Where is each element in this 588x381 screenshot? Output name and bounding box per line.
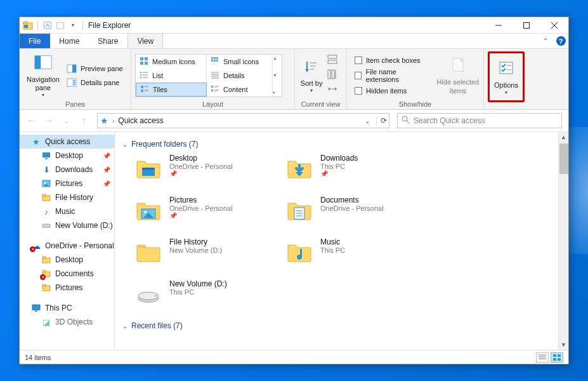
tree-item-desktop[interactable]: Desktop📌 xyxy=(20,149,114,163)
tree-item-file-history[interactable]: File History xyxy=(20,190,114,204)
up-button[interactable]: ↑ xyxy=(79,116,89,126)
layout-details[interactable]: Details xyxy=(207,69,273,83)
qat-properties-icon[interactable] xyxy=(42,20,53,31)
hidden-items-toggle[interactable]: Hidden items xyxy=(351,84,431,98)
tree-item-new-volume[interactable]: New Volume (D:) xyxy=(20,218,114,232)
window-title: File Explorer xyxy=(86,21,131,30)
svg-rect-81 xyxy=(42,271,46,272)
minimize-button[interactable] xyxy=(485,17,513,34)
folder-tile[interactable]: PicturesOneDrive - Personal📌 xyxy=(134,196,280,231)
tiles-view-button[interactable] xyxy=(551,352,563,363)
ribbon-group-options: Options ▾ xyxy=(484,49,528,109)
tree-this-pc[interactable]: This PC xyxy=(20,301,114,315)
layout-content[interactable]: Content xyxy=(207,83,273,97)
svg-rect-65 xyxy=(500,62,513,74)
tree-onedrive[interactable]: ☁OneDrive - Personal xyxy=(20,239,114,253)
tree-item-od-desktop[interactable]: Desktop xyxy=(20,253,114,267)
svg-point-68 xyxy=(402,116,407,121)
folder-tile[interactable]: MusicThis PC xyxy=(285,237,431,273)
folder-tile[interactable]: File HistoryNew Volume (D:) xyxy=(134,237,280,273)
forward-button[interactable]: → xyxy=(44,116,54,126)
navigation-pane-button[interactable]: Navigation pane ▾ xyxy=(23,53,63,98)
tile-location: OneDrive - Personal xyxy=(169,163,233,170)
tree-item-od-documents[interactable]: Documents xyxy=(20,267,114,281)
svg-rect-25 xyxy=(211,60,213,62)
tile-name: Desktop xyxy=(169,154,233,163)
tree-quick-access[interactable]: ★Quick access xyxy=(20,135,114,149)
folder-tile[interactable]: DocumentsOneDrive - Personal xyxy=(285,196,431,231)
svg-rect-98 xyxy=(155,295,157,297)
scroll-thumb[interactable] xyxy=(559,144,568,174)
search-box[interactable]: Search Quick access xyxy=(397,113,562,128)
scroll-down-arrow[interactable]: ▼ xyxy=(559,340,568,350)
pin-icon: 📌 xyxy=(169,170,233,177)
tile-location: OneDrive - Personal xyxy=(320,204,384,212)
folder-tile[interactable]: DesktopOneDrive - Personal📌 xyxy=(134,154,280,189)
file-name-extensions-toggle[interactable]: File name extensions xyxy=(351,69,431,83)
group-by-icon[interactable] xyxy=(327,54,338,67)
folder-icon xyxy=(134,237,163,267)
tree-item-downloads[interactable]: ⬇Downloads📌 xyxy=(20,163,114,177)
folder-tile[interactable]: DownloadsThis PC📌 xyxy=(285,154,431,189)
collapse-ribbon-button[interactable]: ⌃ xyxy=(538,34,553,48)
tab-share[interactable]: Share xyxy=(89,34,127,48)
hide-selected-items-button[interactable]: Hide selected items xyxy=(436,53,480,98)
list-icon xyxy=(140,70,148,81)
layout-medium-icons[interactable]: Medium icons xyxy=(136,55,207,69)
svg-rect-27 xyxy=(216,60,218,62)
tile-name: Music xyxy=(320,237,345,246)
layout-more[interactable]: ▾ xyxy=(273,90,282,95)
layout-gallery[interactable]: Medium icons Small icons ▲▼▾ List Detail… xyxy=(135,54,282,97)
help-button[interactable]: ? xyxy=(553,34,568,48)
frequent-folders-header[interactable]: ⌄ Frequent folders (7) xyxy=(122,137,561,154)
downloads-icon: ⬇ xyxy=(41,164,51,175)
scroll-up-arrow[interactable]: ▲ xyxy=(559,132,568,142)
folder-tile[interactable]: New Volume (D:)This PC xyxy=(134,279,280,315)
item-check-boxes-toggle[interactable]: Item check boxes xyxy=(351,53,431,67)
svg-rect-32 xyxy=(140,77,141,78)
recent-locations-button[interactable]: ⌄ xyxy=(62,117,72,124)
layout-scroll-up[interactable]: ▲ xyxy=(273,56,282,60)
size-columns-icon[interactable] xyxy=(327,83,338,97)
folder-icon xyxy=(41,255,51,265)
tab-file[interactable]: File xyxy=(20,34,50,48)
tile-location: This PC xyxy=(320,163,358,170)
maximize-button[interactable] xyxy=(513,17,540,34)
tree-item-od-pictures[interactable]: Pictures xyxy=(20,281,114,295)
sort-by-icon xyxy=(301,57,322,77)
layout-small-icons[interactable]: Small icons xyxy=(207,55,273,69)
sort-by-button[interactable]: Sort by ▾ xyxy=(299,53,324,98)
details-view-button[interactable] xyxy=(536,352,549,363)
close-button[interactable] xyxy=(540,17,568,34)
add-columns-icon[interactable] xyxy=(327,69,338,82)
svg-rect-24 xyxy=(216,57,218,59)
vertical-scrollbar[interactable]: ▲ ▼ xyxy=(558,132,568,350)
tree-item-music[interactable]: ♪Music xyxy=(20,204,114,218)
recent-files-header[interactable]: ⌄ Recent files (7) xyxy=(122,319,561,335)
svg-marker-51 xyxy=(305,69,309,72)
tree-item-pictures[interactable]: Pictures📌 xyxy=(20,177,114,190)
tree-item-3d-objects[interactable]: ◪3D Objects xyxy=(20,315,114,329)
qat-dropdown-icon[interactable]: ▾ xyxy=(67,20,79,31)
qat-new-folder-icon[interactable] xyxy=(55,20,66,31)
tiles-icon xyxy=(140,84,149,95)
options-button[interactable]: Options ▾ xyxy=(490,54,522,100)
layout-list[interactable]: List xyxy=(136,69,207,83)
search-icon xyxy=(402,116,410,126)
layout-scroll-down[interactable]: ▼ xyxy=(273,73,282,77)
svg-rect-103 xyxy=(558,354,561,357)
svg-rect-23 xyxy=(214,57,216,59)
back-button[interactable]: ← xyxy=(26,116,36,126)
preview-pane-button[interactable]: Preview pane xyxy=(63,62,127,76)
layout-tiles[interactable]: Tiles xyxy=(136,83,207,97)
tab-home[interactable]: Home xyxy=(50,34,89,48)
svg-rect-44 xyxy=(211,86,213,88)
svg-rect-87 xyxy=(142,168,155,170)
details-pane-button[interactable]: Details pane xyxy=(63,76,127,90)
tab-view[interactable]: View xyxy=(127,33,163,48)
navigation-tree: ★Quick access Desktop📌 ⬇Downloads📌 Pictu… xyxy=(20,132,115,350)
address-history-dropdown[interactable]: ⌄ xyxy=(362,117,372,124)
tile-name: New Volume (D:) xyxy=(169,279,227,288)
refresh-button[interactable]: ⟳ xyxy=(376,116,386,125)
address-bar[interactable]: ★ › Quick access ⌄ ⟳ xyxy=(97,113,389,128)
